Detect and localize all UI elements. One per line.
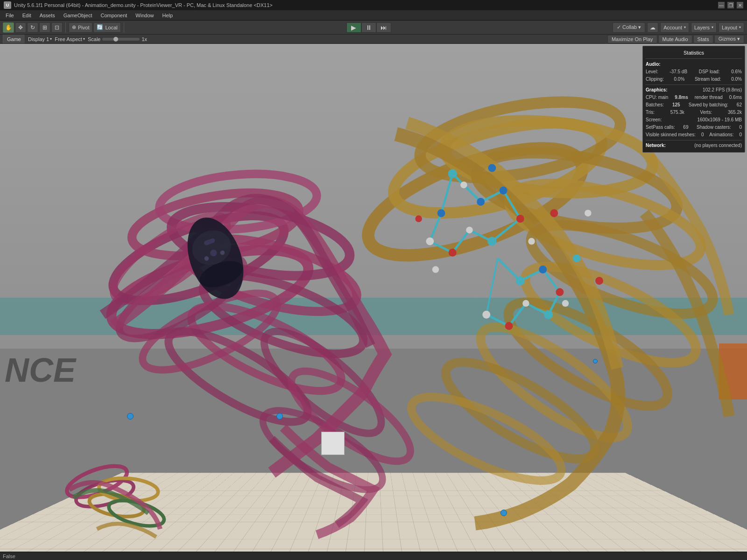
cpu-main-value: 9.8ms <box>675 94 688 101</box>
screen-label: Screen: <box>646 116 662 124</box>
shadow-label: Shadow casters: <box>697 124 731 131</box>
move-tool-button[interactable]: ✥ <box>15 22 26 33</box>
svg-point-47 <box>516 215 524 223</box>
local-icon: 🔄 <box>97 24 103 30</box>
svg-point-52 <box>437 209 445 217</box>
scale-slider[interactable] <box>102 38 140 41</box>
svg-point-64 <box>528 238 535 245</box>
display-arrow-icon: ▾ <box>50 37 52 41</box>
clipping-row: Clipping: 0.0% Stream load: 0.0% <box>646 76 742 83</box>
skinned-label: Visible skinned meshes: <box>646 131 696 139</box>
menu-component[interactable]: Component <box>97 12 131 19</box>
svg-point-60 <box>415 216 422 223</box>
svg-point-45 <box>477 198 485 206</box>
tris-value: 575.3k <box>670 109 684 116</box>
collab-check-icon: ✓ <box>617 24 621 30</box>
maximize-on-play-button[interactable]: Maximize On Play <box>607 35 657 43</box>
svg-point-55 <box>556 288 564 296</box>
svg-point-51 <box>426 238 434 245</box>
collab-button[interactable]: ✓ Collab ▾ <box>613 22 645 33</box>
menu-help[interactable]: Help <box>158 12 176 19</box>
layout-dropdown[interactable]: Layout ▾ <box>719 22 744 33</box>
menu-assets[interactable]: Assets <box>36 12 59 19</box>
stats-button[interactable]: Stats <box>693 35 713 43</box>
tris-label: Tris: <box>646 109 655 116</box>
network-value: (no players connected) <box>694 142 742 149</box>
toolbar: ✋ ✥ ↻ ⊞ ⊡ ⊕ Pivot 🔄 Local ▶ ⏸ ⏭ ✓ Collab… <box>0 21 747 35</box>
right-toolbar: ✓ Collab ▾ ☁ Account ▾ Layers ▾ Layout ▾ <box>613 22 744 33</box>
clipping-label: Clipping: <box>646 76 664 83</box>
svg-point-46 <box>500 187 507 195</box>
setpass-value: 69 <box>683 124 688 131</box>
mute-audio-button[interactable]: Mute Audio <box>658 35 692 43</box>
pivot-dropdown[interactable]: ⊕ Pivot <box>69 22 92 33</box>
stats-title: Statistics <box>646 49 742 59</box>
scale-tool-button[interactable]: ⊞ <box>39 22 50 33</box>
aspect-select[interactable]: Free Aspect ▾ <box>55 36 85 42</box>
menu-window[interactable]: Window <box>132 12 157 19</box>
svg-point-54 <box>539 266 547 273</box>
rotate-tool-button[interactable]: ↻ <box>27 22 38 33</box>
level-row: Level: -37.5 dB DSP load: 0.6% <box>646 68 742 76</box>
scale-group: Scale 1x <box>88 36 147 42</box>
unity-logo: U <box>4 1 11 9</box>
blue-dot-3 <box>500 510 507 516</box>
screen-row: Screen: 1600x1069 - 19.6 MB <box>646 116 742 124</box>
aspect-arrow-icon: ▾ <box>83 37 85 41</box>
local-dropdown[interactable]: 🔄 Local <box>93 22 120 33</box>
blue-dot-4 <box>593 359 598 364</box>
cpu-label: CPU: main <box>646 94 668 101</box>
batches-label: Batches: <box>646 101 664 109</box>
maximize-button[interactable]: ❐ <box>727 2 734 8</box>
svg-point-68 <box>595 277 603 285</box>
protein-container <box>0 44 747 552</box>
anim-value: 0 <box>739 131 742 139</box>
transform-tools-group: ✋ ✥ ↻ ⊞ ⊡ <box>3 22 66 33</box>
status-value: False <box>3 553 15 559</box>
rect-tool-button[interactable]: ⊡ <box>51 22 63 33</box>
menu-gameobject[interactable]: GameObject <box>60 12 96 19</box>
skinned-row: Visible skinned meshes: 0 Animations: 0 <box>646 131 742 139</box>
game-tab[interactable]: Game <box>3 35 25 43</box>
dsp-label: DSP load: <box>699 68 720 76</box>
account-arrow-icon: ▾ <box>684 25 686 29</box>
svg-point-57 <box>522 300 529 307</box>
verts-label: Verts: <box>700 109 712 116</box>
cloud-button[interactable]: ☁ <box>647 22 658 33</box>
tris-row: Tris: 575.3k Verts: 365.2k <box>646 109 742 116</box>
saved-label: Saved by batching: <box>689 101 728 109</box>
svg-point-69 <box>562 300 569 307</box>
layout-arrow-icon: ▾ <box>739 25 741 29</box>
hand-tool-button[interactable]: ✋ <box>3 22 14 33</box>
menu-bar: File Edit Assets GameObject Component Wi… <box>0 10 747 21</box>
layers-dropdown[interactable]: Layers ▾ <box>691 22 717 33</box>
play-button[interactable]: ▶ <box>346 22 361 33</box>
skinned-value: 0 <box>701 131 704 139</box>
svg-point-44 <box>448 169 457 178</box>
play-controls: ▶ ⏸ ⏭ <box>127 22 611 33</box>
stream-value: 0.0% <box>731 76 742 83</box>
stats-panel: Statistics Audio: Level: -37.5 dB DSP lo… <box>642 46 745 153</box>
menu-file[interactable]: File <box>2 12 18 19</box>
stats-divider-1 <box>646 84 742 85</box>
status-bar: False <box>0 552 747 560</box>
title-bar: U Unity 5.6.1f1 Personal (64bit) - Anima… <box>0 0 747 10</box>
svg-line-43 <box>486 258 498 315</box>
account-dropdown[interactable]: Account ▾ <box>660 22 689 33</box>
step-button[interactable]: ⏭ <box>376 22 391 33</box>
minimize-button[interactable]: — <box>718 2 725 8</box>
close-button[interactable]: ✕ <box>737 2 743 8</box>
svg-point-50 <box>449 249 457 257</box>
batches-value: 125 <box>672 101 680 109</box>
audio-section-label: Audio: <box>646 61 742 68</box>
pause-button[interactable]: ⏸ <box>361 22 376 33</box>
svg-point-65 <box>550 209 558 217</box>
gizmos-button[interactable]: Gizmos ▾ <box>714 35 744 43</box>
scene-cube <box>321 432 345 455</box>
display-select[interactable]: Display 1 ▾ <box>28 36 52 42</box>
menu-edit[interactable]: Edit <box>19 12 35 19</box>
cpu-row: CPU: main 9.8ms render thread 0.6ms <box>646 94 742 101</box>
game-viewport: NCE <box>0 44 747 552</box>
network-row: Network: (no players connected) <box>646 142 742 149</box>
svg-point-67 <box>585 210 592 217</box>
